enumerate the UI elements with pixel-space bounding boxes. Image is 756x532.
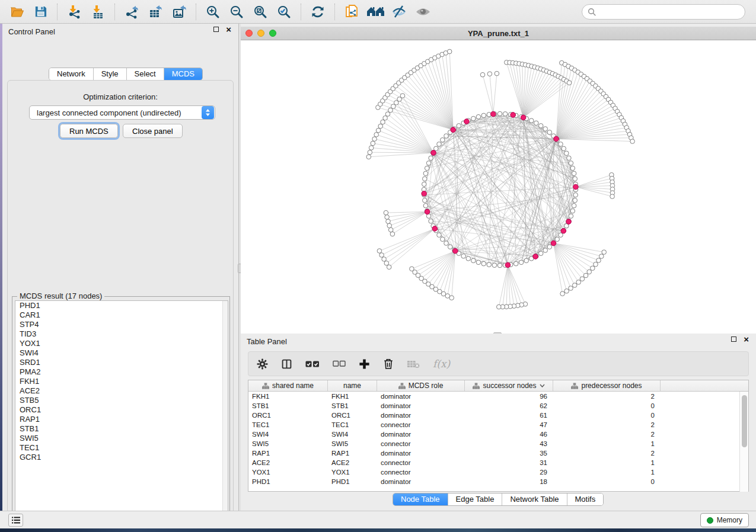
network-satellite-node[interactable] — [372, 137, 377, 142]
column-header-predecessor-nodes[interactable]: predecessor nodes — [553, 380, 661, 391]
network-satellite-node[interactable] — [564, 289, 569, 294]
network-edge[interactable] — [390, 211, 428, 226]
float-table-panel-icon[interactable] — [731, 336, 736, 342]
memory-button[interactable]: Memory — [700, 513, 749, 527]
network-node[interactable] — [476, 260, 481, 265]
network-satellite-node[interactable] — [366, 155, 371, 159]
network-node[interactable] — [524, 258, 529, 263]
mcds-result-item[interactable]: SWI4 — [15, 348, 228, 358]
show-all-button[interactable] — [413, 2, 433, 21]
network-satellite-node[interactable] — [599, 254, 604, 259]
network-node[interactable] — [529, 118, 534, 123]
export-network-button[interactable] — [122, 2, 142, 21]
table-row[interactable]: TEC1TEC1connector472 — [248, 420, 748, 430]
network-edge[interactable] — [508, 265, 518, 305]
optimization-criterion-dropdown[interactable]: largest connected component (undirected) — [29, 105, 215, 120]
network-satellite-node[interactable] — [379, 253, 384, 258]
network-edge[interactable] — [391, 110, 434, 153]
network-satellite-node[interactable] — [560, 291, 565, 296]
import-table-button[interactable] — [88, 2, 108, 21]
network-dominator-node[interactable] — [573, 184, 579, 190]
zoom-selected-button[interactable] — [274, 2, 294, 21]
table-row[interactable]: ACE2ACE2connector311 — [248, 458, 748, 467]
network-satellite-node[interactable] — [368, 150, 372, 155]
network-satellite-node[interactable] — [630, 139, 635, 144]
table-row[interactable]: FKH1FKH1dominator962 — [248, 392, 748, 401]
network-dominator-node[interactable] — [464, 119, 470, 124]
network-satellite-node[interactable] — [384, 210, 388, 215]
network-satellite-node[interactable] — [487, 72, 492, 76]
network-satellite-node[interactable] — [583, 273, 588, 278]
network-node[interactable] — [513, 261, 518, 266]
network-node[interactable] — [429, 219, 433, 223]
close-panel-button[interactable]: Close panel — [123, 124, 183, 138]
network-dominator-node[interactable] — [491, 111, 496, 117]
network-node[interactable] — [497, 263, 502, 268]
mcds-result-item[interactable]: FKH1 — [15, 377, 228, 386]
network-edge[interactable] — [576, 187, 613, 190]
network-edge[interactable] — [556, 94, 604, 139]
mcds-result-item[interactable]: PMA2 — [15, 367, 228, 377]
network-node[interactable] — [437, 233, 442, 238]
network-edge[interactable] — [576, 187, 613, 193]
network-dominator-node[interactable] — [566, 219, 572, 225]
network-dominator-node[interactable] — [431, 150, 436, 156]
network-node[interactable] — [562, 146, 566, 151]
network-canvas[interactable] — [241, 40, 756, 334]
network-edge[interactable] — [391, 211, 427, 230]
mcds-result-item[interactable]: RAP1 — [15, 415, 228, 424]
network-node[interactable] — [444, 241, 449, 246]
network-node[interactable] — [448, 245, 452, 249]
network-satellite-node[interactable] — [610, 194, 615, 199]
network-node[interactable] — [572, 203, 576, 208]
mcds-result-item[interactable]: STB1 — [15, 424, 228, 434]
close-table-panel-icon[interactable]: × — [744, 336, 749, 342]
network-dominator-node[interactable] — [511, 113, 516, 118]
network-satellite-node[interactable] — [390, 232, 395, 236]
mcds-result-item[interactable]: TID3 — [15, 329, 228, 339]
network-window-titlebar[interactable]: YPA_prune.txt_1 — [241, 27, 756, 40]
network-node[interactable] — [423, 171, 428, 176]
zoom-in-button[interactable] — [203, 2, 223, 21]
mcds-result-item[interactable]: ACE2 — [15, 386, 228, 396]
network-edge[interactable] — [554, 243, 575, 286]
zoom-fit-button[interactable] — [250, 2, 270, 21]
network-edge[interactable] — [576, 175, 612, 187]
zoom-out-button[interactable] — [227, 2, 247, 21]
network-satellite-node[interactable] — [591, 266, 595, 271]
network-dominator-node[interactable] — [422, 191, 427, 196]
network-node[interactable] — [441, 137, 445, 142]
network-node[interactable] — [471, 258, 476, 263]
network-edge[interactable] — [524, 73, 553, 117]
network-edge[interactable] — [506, 62, 523, 117]
network-edge[interactable] — [524, 79, 564, 117]
network-node[interactable] — [461, 254, 466, 259]
network-node[interactable] — [481, 261, 486, 266]
network-node[interactable] — [444, 134, 449, 139]
network-node[interactable] — [437, 142, 442, 147]
network-satellite-node[interactable] — [572, 283, 577, 288]
network-edge[interactable] — [371, 148, 433, 153]
network-edge[interactable] — [393, 211, 428, 234]
network-dominator-node[interactable] — [505, 262, 511, 268]
network-node[interactable] — [564, 151, 569, 156]
network-satellite-node[interactable] — [378, 124, 383, 129]
add-column-icon[interactable] — [359, 358, 370, 370]
network-node[interactable] — [547, 245, 552, 249]
network-edge[interactable] — [554, 243, 596, 265]
network-satellite-node[interactable] — [387, 265, 391, 270]
select-all-checkboxes-icon[interactable] — [305, 360, 320, 368]
network-satellite-node[interactable] — [384, 261, 389, 265]
mcds-result-item[interactable]: TEC1 — [15, 443, 228, 453]
network-node[interactable] — [547, 130, 552, 135]
network-edge[interactable] — [404, 78, 453, 130]
network-node[interactable] — [426, 161, 431, 166]
network-node[interactable] — [441, 237, 445, 242]
network-node[interactable] — [567, 156, 572, 161]
refresh-button[interactable] — [308, 2, 328, 21]
tab-motifs[interactable]: Motifs — [567, 493, 604, 505]
network-edge[interactable] — [508, 265, 525, 304]
first-neighbors-button[interactable] — [365, 2, 385, 21]
network-node[interactable] — [569, 161, 573, 166]
network-satellite-node[interactable] — [480, 72, 485, 77]
